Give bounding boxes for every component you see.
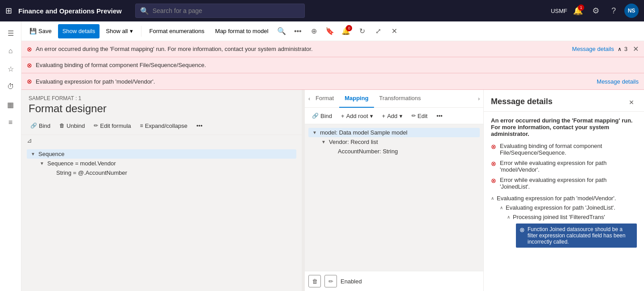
alert-button[interactable]: 🔔 0 — [339, 24, 353, 38]
alert-badge: 0 — [346, 25, 352, 31]
mapping-toolbar: 🔗 Bind + Add root ▾ + Add ▾ ✏ — [305, 108, 483, 124]
tab-transformations[interactable]: Transformations — [374, 90, 426, 108]
content-area: 💾 Save Show details Show all ▾ Format en… — [21, 21, 644, 291]
mapping-more-button[interactable]: ••• — [433, 110, 446, 122]
error-banner: ⊗ An error occurred during the 'Format m… — [21, 41, 644, 90]
tab-format[interactable]: Format — [310, 90, 339, 108]
sidebar-item-modules[interactable]: ≡ — [3, 114, 19, 131]
sidebar-item-menu[interactable]: ☰ — [3, 25, 19, 41]
edit-formula-button[interactable]: ✏ Edit formula — [90, 119, 134, 132]
mapping-edit-button[interactable]: ✏ Edit — [408, 110, 431, 122]
message-sub-header-joinedlist[interactable]: ∧ Evaluating expression for path 'Joined… — [500, 203, 637, 212]
format-enumerations-button[interactable]: Format enumerations — [145, 24, 209, 38]
message-panel-close-button[interactable]: ✕ — [626, 97, 637, 108]
mapping-bind-button[interactable]: 🔗 Bind — [308, 110, 336, 122]
open-new-button[interactable]: ⤢ — [371, 24, 385, 38]
err-icon-1: ⊗ — [491, 143, 496, 150]
notification-button[interactable]: 🔔 1 — [571, 4, 585, 18]
help-button[interactable]: ? — [607, 4, 621, 18]
message-section-header-vendor[interactable]: ∧ Evaluating expression for path 'model/… — [491, 194, 637, 203]
left-toolbar: 🔗 Bind 🗑 Unbind ✏ Edit formula ≡ Expand/… — [21, 117, 302, 135]
mapping-item-account[interactable]: ▶ AccountNumber: String — [326, 147, 480, 156]
message-item-text-1: Evaluating binding of format component F… — [500, 143, 637, 156]
tree-label-sequence: Sequence — [38, 151, 65, 157]
message-section-content-vendor: ∧ Evaluating expression for path 'Joined… — [491, 203, 637, 248]
expand-collapse-button[interactable]: ≡ Expand/collapse — [137, 119, 191, 132]
open-new-icon: ⤢ — [375, 27, 381, 35]
search-box: 🔍 — [135, 4, 305, 18]
toggle-sequence-vendor[interactable]: ▼ — [38, 161, 46, 166]
message-details-link-2[interactable]: Message details — [597, 78, 639, 85]
search-toolbar-button[interactable]: 🔍 — [274, 24, 289, 38]
message-panel-title: Message details — [491, 97, 626, 106]
more-left-button[interactable]: ••• — [193, 119, 206, 132]
enabled-label: Enabled — [341, 278, 362, 285]
unbind-button[interactable]: 🗑 Unbind — [56, 119, 88, 132]
more-toolbar-button[interactable]: ••• — [291, 24, 305, 38]
save-button[interactable]: 💾 Save — [25, 24, 56, 38]
add-root-button[interactable]: + Add root ▾ — [337, 110, 377, 122]
star-icon: ☆ — [8, 65, 14, 73]
show-details-button[interactable]: Show details — [58, 24, 100, 38]
grid-icon[interactable]: ⊞ — [5, 6, 12, 16]
sidebar-item-recent[interactable]: ⏱ — [3, 79, 19, 95]
tab-mapping[interactable]: Mapping — [339, 90, 374, 108]
mapping-item-model[interactable]: ▼ model: Data model Sample model — [308, 128, 480, 137]
settings-button[interactable]: ⚙ — [589, 4, 603, 18]
toggle-sequence[interactable]: ▼ — [29, 152, 37, 156]
message-details-link-1[interactable]: Message details — [572, 46, 614, 52]
toggle-model[interactable]: ▼ — [311, 130, 318, 135]
map-format-to-model-button[interactable]: Map format to model — [211, 24, 273, 38]
close-panel-icon: ✕ — [629, 99, 634, 106]
main-layout: ☰ ⌂ ☆ ⏱ ▦ ≡ 💾 Save Show details — [0, 21, 644, 291]
error-row-3: ⊗ Evaluating expression for path 'model/… — [21, 73, 644, 89]
message-sub-header-filteredtrans[interactable]: ∧ Processing joined list 'FilteredTrans' — [507, 212, 637, 222]
left-pane-header: SAMPLE FORMAT : 1 Format designer — [21, 90, 302, 117]
msg-err-icon: ⊗ — [519, 226, 525, 233]
close-toolbar-button[interactable]: ✕ — [387, 24, 401, 38]
link-icon: 🔗 — [30, 122, 37, 129]
filter-icon[interactable]: ⊿ — [27, 137, 32, 144]
message-item-2: ⊗ Error while evaluating expression for … — [491, 160, 637, 173]
bookmark-button[interactable]: 🔖 — [323, 24, 337, 38]
add-button[interactable]: + Add ▾ — [378, 110, 406, 122]
bind-button[interactable]: 🔗 Bind — [27, 119, 54, 132]
error-icon-3: ⊗ — [27, 78, 32, 85]
dismiss-error-button[interactable]: ✕ — [633, 45, 639, 53]
tree-item-sequence[interactable]: ▼ Sequence — [27, 149, 296, 159]
more-mapping-icon: ••• — [436, 113, 443, 119]
page-title: Format designer — [29, 102, 295, 115]
show-all-button[interactable]: Show all ▾ — [101, 24, 137, 38]
hamburger-icon: ☰ — [8, 29, 14, 38]
edit-footer-button[interactable]: ✏ — [324, 275, 337, 287]
edit-icon-mapping: ✏ — [411, 113, 416, 119]
user-avatar[interactable]: NS — [624, 4, 639, 18]
chevron-filteredtrans: ∧ — [507, 215, 510, 219]
message-item-text-2: Error while evaluating expression for pa… — [500, 160, 637, 173]
refresh-icon: ↻ — [359, 27, 365, 35]
sidebar-item-favorites[interactable]: ☆ — [3, 61, 19, 77]
search-input[interactable] — [153, 7, 300, 14]
mapping-label-model: model: Data model Sample model — [320, 129, 407, 136]
mapping-item-vendor[interactable]: ▼ Vendor: Record list — [317, 137, 480, 147]
tree-children-sequence: ▼ Sequence = model.Vendor ▶ String = @.A… — [27, 159, 296, 177]
delete-footer-button[interactable]: 🗑 — [308, 275, 321, 287]
tab-right-arrow[interactable]: › — [478, 96, 480, 102]
mapping-label-vendor: Vendor: Record list — [329, 139, 378, 145]
add-root-chevron: ▾ — [370, 113, 373, 119]
tree-item-sequence-vendor[interactable]: ▼ Sequence = model.Vendor — [36, 159, 296, 168]
filter-area: ⊿ — [21, 135, 302, 146]
collapse-icon: ∧ — [618, 46, 622, 52]
sidebar-item-workspaces[interactable]: ▦ — [3, 97, 19, 113]
cursor-button[interactable]: ⊕ — [307, 24, 321, 38]
save-icon: 💾 — [29, 28, 37, 34]
refresh-button[interactable]: ↻ — [355, 24, 369, 38]
chevron-vendor: ∧ — [491, 196, 494, 201]
designer-area: SAMPLE FORMAT : 1 Format designer 🔗 Bind… — [21, 90, 644, 291]
toggle-vendor[interactable]: ▼ — [320, 139, 327, 144]
sidebar-item-home[interactable]: ⌂ — [3, 43, 19, 59]
err-icon-3: ⊗ — [491, 177, 496, 184]
tree-item-string[interactable]: ▶ String = @.AccountNumber — [45, 168, 296, 177]
error-text-2: Evaluating binding of format component F… — [36, 62, 639, 68]
right-pane: ‹ Format Mapping Transformations › 🔗 — [305, 90, 483, 291]
